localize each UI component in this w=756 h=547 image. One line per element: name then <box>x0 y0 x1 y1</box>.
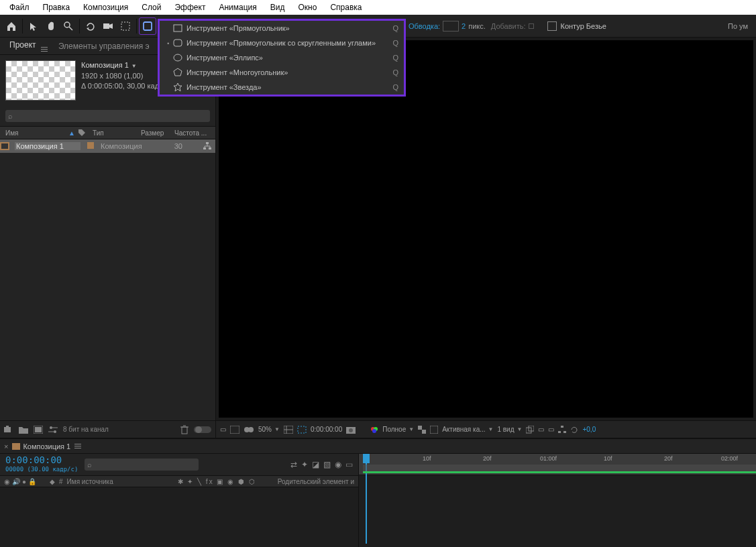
selection-tool[interactable] <box>25 17 42 35</box>
lock-header-icon[interactable]: 🔒 <box>28 478 36 485</box>
comp-mini-flowchart-icon[interactable]: ⇄ <box>290 460 297 469</box>
fast-preview-icon[interactable]: ▭ <box>548 426 554 433</box>
playhead[interactable] <box>363 454 370 463</box>
timeline-tab-name[interactable]: Композиция 1 <box>23 442 70 450</box>
tab-project[interactable]: Проект <box>4 38 53 54</box>
new-folder-icon[interactable] <box>19 426 28 434</box>
bezier-checkbox[interactable] <box>547 21 557 31</box>
header-name[interactable]: Имя▲ <box>0 129 78 137</box>
flyout-rectangle[interactable]: Инструмент «Прямоугольник» Q <box>160 21 404 36</box>
transparency-grid-icon[interactable] <box>418 426 426 434</box>
audio-header-icon[interactable]: 🔊 <box>12 478 20 485</box>
toggle-switch[interactable] <box>194 425 211 434</box>
menu-help[interactable]: Справка <box>323 1 368 13</box>
solo-header-icon[interactable]: ● <box>22 478 26 485</box>
project-column-headers: Имя▲ Тип Размер Частота ... <box>0 126 215 139</box>
stroke-width-value[interactable]: 2 <box>462 22 466 30</box>
pan-behind-tool[interactable] <box>117 17 134 35</box>
menu-composition[interactable]: Композиция <box>76 1 135 13</box>
stroke-unit: пикс. <box>468 22 486 30</box>
composition-thumbnail[interactable] <box>5 60 76 101</box>
camera-dropdown[interactable]: Активная ка...▼ <box>442 426 493 433</box>
add-dropdown[interactable] <box>529 23 534 29</box>
hand-tool[interactable] <box>42 17 60 35</box>
flowchart-icon[interactable] <box>185 142 215 150</box>
mask-icon[interactable] <box>244 426 254 434</box>
shy-icon[interactable]: ◪ <box>312 460 319 469</box>
viewer-canvas[interactable] <box>219 40 753 418</box>
new-comp-icon[interactable] <box>34 426 43 434</box>
svg-rect-12 <box>206 142 209 144</box>
header-size[interactable]: Размер <box>141 129 174 137</box>
menu-view[interactable]: Вид <box>264 1 292 13</box>
search-icon: ⌕ <box>87 461 92 469</box>
menu-edit[interactable]: Правка <box>36 1 77 13</box>
motion-blur-icon[interactable]: ◉ <box>335 460 341 469</box>
flyout-star[interactable]: Инструмент «Звезда» Q <box>160 80 404 95</box>
close-tab-icon[interactable]: × <box>4 442 8 450</box>
trash-icon[interactable] <box>180 425 188 434</box>
stroke-color-swatch[interactable] <box>443 21 459 32</box>
exposure-value[interactable]: +0,0 <box>582 426 596 433</box>
menu-window[interactable]: Окно <box>291 1 323 13</box>
snapshot-icon[interactable] <box>346 426 356 434</box>
header-frequency[interactable]: Частота ... <box>174 129 215 137</box>
zoom-tool[interactable] <box>60 17 77 35</box>
source-name-header[interactable]: Имя источника <box>67 478 174 485</box>
resolution-dropdown[interactable]: Полное▼ <box>382 426 414 433</box>
flyout-ellipse[interactable]: Инструмент «Эллипс» Q <box>160 50 404 65</box>
shape-tool[interactable] <box>139 17 156 35</box>
svg-rect-14 <box>209 147 211 149</box>
index-header[interactable]: # <box>59 478 63 485</box>
3d-view-icon[interactable] <box>430 426 438 434</box>
workspace-dropdown[interactable]: По ум <box>728 22 753 30</box>
timeline-layers-area[interactable] <box>0 487 358 547</box>
timeline-icon[interactable] <box>558 426 566 434</box>
refresh-icon[interactable] <box>570 426 578 434</box>
roi-icon[interactable] <box>297 426 307 434</box>
home-tool[interactable] <box>3 17 20 35</box>
project-search-input[interactable] <box>5 110 210 122</box>
eye-header-icon[interactable]: ◉ <box>4 478 10 485</box>
chevron-down-icon[interactable]: ▼ <box>131 61 137 71</box>
orbit-tool[interactable] <box>82 17 99 35</box>
flyout-polygon[interactable]: Инструмент «Многоугольник» Q <box>160 65 404 80</box>
parent-header[interactable]: Родительский элемент и <box>278 478 354 485</box>
project-item-label-swatch[interactable] <box>83 142 98 150</box>
channel-icon[interactable] <box>370 426 378 434</box>
work-area-bar[interactable] <box>363 465 756 471</box>
label-header-icon[interactable]: ◆ <box>50 478 55 485</box>
grid-icon[interactable] <box>230 426 239 434</box>
menu-effect[interactable]: Эффект <box>168 1 212 13</box>
timeline-tracks-area[interactable] <box>359 475 756 547</box>
pixel-aspect-icon[interactable]: ▭ <box>538 426 544 433</box>
tab-effect-controls[interactable]: Элементы управления э <box>53 39 155 54</box>
magnify-dropdown-icon[interactable]: ▭ <box>220 426 226 433</box>
viewer-timecode[interactable]: 0:00:00:00 <box>311 426 342 433</box>
menu-animation[interactable]: Анимация <box>212 1 263 13</box>
interpret-footage-icon[interactable] <box>4 426 13 434</box>
share-view-icon[interactable] <box>526 426 534 434</box>
frame-blend-icon[interactable]: ▧ <box>323 460 331 469</box>
zoom-dropdown[interactable]: 50%▼ <box>258 426 280 433</box>
bpc-label[interactable]: 8 бит на канал <box>63 426 175 433</box>
camera-tool[interactable] <box>99 17 117 35</box>
draft-3d-icon[interactable]: ✦ <box>301 460 308 469</box>
composition-name[interactable]: Композиция 1 <box>81 61 129 69</box>
project-item-row[interactable]: Композиция 1 Композиция 30 <box>0 139 215 153</box>
menu-layer[interactable]: Слой <box>135 1 168 13</box>
project-item-name[interactable]: Композиция 1 <box>15 142 80 150</box>
timeline-search-input[interactable] <box>85 459 199 471</box>
header-label[interactable] <box>78 129 93 137</box>
menu-file[interactable]: Файл <box>3 1 36 13</box>
time-ruler[interactable]: 10f 20f 01:00f 10f 20f 02:00f <box>359 454 756 475</box>
graph-editor-icon[interactable]: ▭ <box>345 460 353 469</box>
resolution-icon[interactable] <box>284 426 293 434</box>
panel-menu-icon[interactable] <box>74 444 81 448</box>
adjust-icon[interactable] <box>48 425 58 434</box>
current-timecode[interactable]: 0:00:00:00 <box>5 455 78 465</box>
views-dropdown[interactable]: 1 вид▼ <box>497 426 522 433</box>
panel-menu-icon[interactable] <box>41 47 48 52</box>
header-type[interactable]: Тип <box>93 129 141 137</box>
flyout-rounded-rectangle[interactable]: ▪ Инструмент «Прямоугольник со скругленн… <box>160 36 404 50</box>
